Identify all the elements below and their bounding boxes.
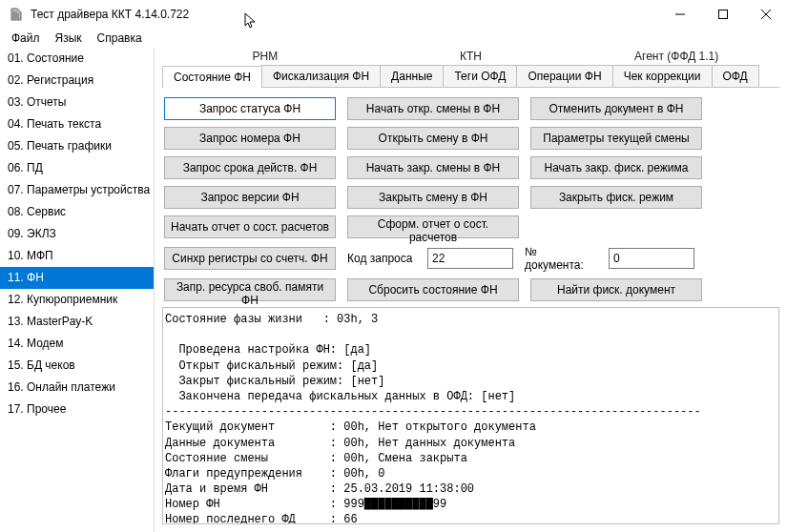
open-shift-button[interactable]: Открыть смену в ФН: [347, 127, 519, 150]
close-shift-button[interactable]: Закрыть смену в ФН: [347, 186, 519, 209]
begin-open-shift-button[interactable]: Начать откр. смены в ФН: [347, 97, 519, 120]
window-title: Тест драйвера ККТ 4.14.0.722: [31, 8, 658, 21]
sidebar-item-4[interactable]: 05. Печать графики: [0, 135, 154, 157]
tab-0[interactable]: Состояние ФН: [162, 66, 262, 88]
minimize-button[interactable]: [658, 0, 701, 29]
sidebar-item-16[interactable]: 17. Прочее: [0, 399, 154, 420]
tab-2[interactable]: Данные: [380, 65, 444, 87]
tabs: Состояние ФНФискализация ФНДанныеТеги ОФ…: [162, 65, 779, 88]
sidebar-item-8[interactable]: 09. ЭКЛЗ: [0, 223, 154, 245]
sync-registers-button[interactable]: Синхр регистры со счетч. ФН: [164, 247, 336, 270]
tab-group-ktn: КТН: [368, 50, 574, 65]
reset-state-button[interactable]: Сбросить состояние ФН: [347, 278, 519, 301]
request-status-button[interactable]: Запрос статуса ФН: [164, 97, 336, 120]
sidebar-item-1[interactable]: 02. Регистрация: [0, 70, 154, 92]
menu-language[interactable]: Язык: [48, 30, 90, 47]
sidebar-item-14[interactable]: 15. БД чеков: [0, 355, 154, 377]
request-free-mem-button[interactable]: Запр. ресурса своб. памяти ФН: [164, 278, 336, 301]
tab-group-rnm: РНМ: [162, 50, 368, 65]
code-input[interactable]: [427, 248, 513, 269]
request-validity-button[interactable]: Запрос срока действ. ФН: [164, 156, 336, 179]
titlebar: Тест драйвера ККТ 4.14.0.722: [0, 0, 787, 29]
sidebar-item-3[interactable]: 04. Печать текста: [0, 113, 154, 135]
current-shift-params-button[interactable]: Параметры текущей смены: [530, 127, 702, 150]
sidebar-item-6[interactable]: 07. Параметры устройства: [0, 179, 154, 201]
find-fiscal-doc-button[interactable]: Найти фиск. документ: [530, 278, 702, 301]
form-calc-report-button[interactable]: Сформ. отчет о сост. расчетов: [347, 215, 519, 238]
request-number-button[interactable]: Запрос номера ФН: [164, 127, 336, 150]
close-fiscal-button[interactable]: Закрыть фиск. режим: [530, 186, 702, 209]
sidebar-item-12[interactable]: 13. MasterPay-K: [0, 311, 154, 333]
tab-3[interactable]: Теги ОФД: [443, 65, 517, 87]
doc-input[interactable]: [609, 248, 694, 269]
menu-file[interactable]: Файл: [4, 30, 48, 47]
tab-1[interactable]: Фискализация ФН: [261, 65, 381, 87]
menubar: Файл Язык Справка: [0, 29, 787, 48]
doc-label: № документа:: [525, 245, 597, 272]
sidebar-item-9[interactable]: 10. МФП: [0, 245, 154, 267]
sidebar-item-5[interactable]: 06. ПД: [0, 157, 154, 179]
tab-group-agent: Агент (ФФД 1.1): [573, 50, 779, 65]
sidebar-item-0[interactable]: 01. Состояние: [0, 48, 154, 70]
begin-calc-report-button[interactable]: Начать отчет о сост. расчетов: [164, 215, 336, 238]
svg-rect-0: [718, 10, 727, 19]
begin-close-fiscal-button[interactable]: Начать закр. фиск. режима: [530, 156, 702, 179]
sidebar: 01. Состояние02. Регистрация03. Отчеты04…: [0, 48, 155, 532]
maximize-button[interactable]: [701, 0, 744, 29]
begin-close-shift-button[interactable]: Начать закр. смены в ФН: [347, 156, 519, 179]
code-label: Код запроса: [347, 252, 416, 265]
tab-4[interactable]: Операции ФН: [516, 65, 612, 87]
main-pane: РНМ КТН Агент (ФФД 1.1) Состояние ФНФиск…: [155, 48, 787, 532]
sidebar-item-2[interactable]: 03. Отчеты: [0, 92, 154, 113]
sidebar-item-7[interactable]: 08. Сервис: [0, 201, 154, 223]
button-grid: Запрос статуса ФН Начать откр. смены в Ф…: [162, 88, 779, 307]
sidebar-item-11[interactable]: 12. Купюроприемник: [0, 289, 154, 311]
tab-5[interactable]: Чек коррекции: [612, 65, 713, 87]
output-textarea[interactable]: Состояние фазы жизни : 03h, 3 Проведена …: [162, 307, 779, 524]
tab-group-labels: РНМ КТН Агент (ФФД 1.1): [162, 50, 779, 65]
request-version-button[interactable]: Запрос версии ФН: [164, 186, 336, 209]
app-icon: [9, 7, 24, 22]
window-controls: [658, 0, 787, 29]
close-button[interactable]: [744, 0, 787, 29]
cancel-doc-button[interactable]: Отменить документ в ФН: [530, 97, 702, 120]
sidebar-item-15[interactable]: 16. Онлайн платежи: [0, 377, 154, 399]
sidebar-item-13[interactable]: 14. Модем: [0, 333, 154, 355]
tab-6[interactable]: ОФД: [712, 65, 759, 87]
sidebar-item-10[interactable]: 11. ФН: [0, 267, 154, 289]
menu-help[interactable]: Справка: [90, 30, 150, 47]
